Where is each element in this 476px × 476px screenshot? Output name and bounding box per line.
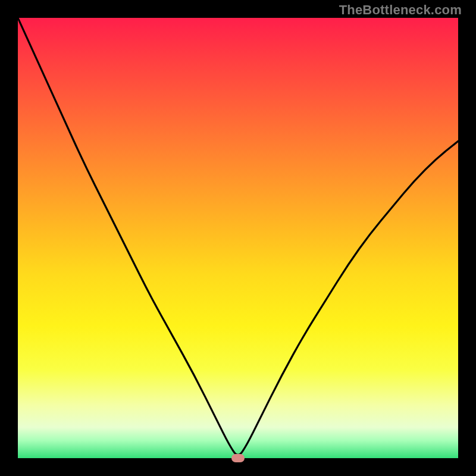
plot-area [18,18,458,458]
bottleneck-curve [18,18,458,458]
watermark-text: TheBottleneck.com [339,2,462,18]
optimal-point-marker [231,454,245,462]
chart-stage: TheBottleneck.com [0,0,476,476]
